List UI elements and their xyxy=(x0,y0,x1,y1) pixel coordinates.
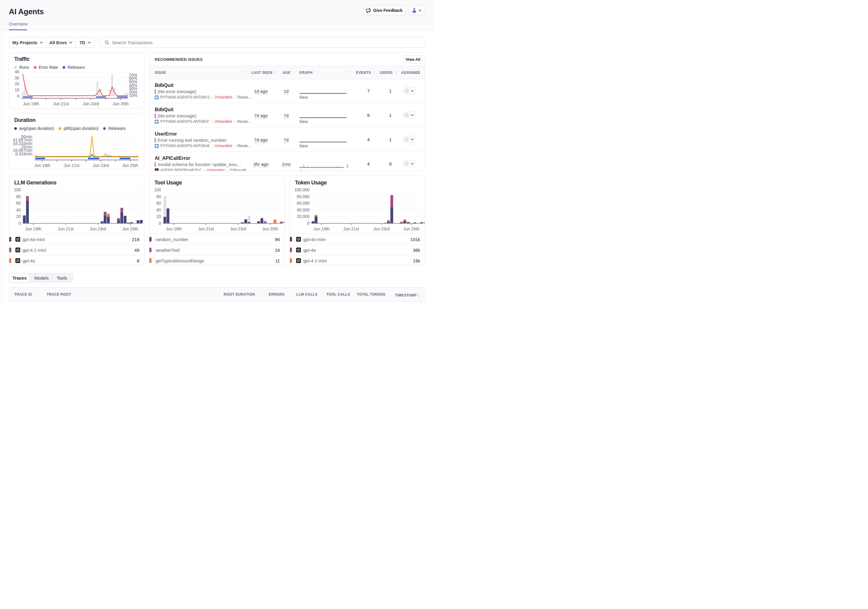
svg-text:Jun 21st: Jun 21st xyxy=(53,101,69,106)
svg-text:Jun 19th: Jun 19th xyxy=(314,226,330,231)
svg-text:Jun 23rd: Jun 23rd xyxy=(90,226,106,231)
svg-text:0: 0 xyxy=(159,221,161,226)
svg-text:Jun 25th: Jun 25th xyxy=(122,226,138,231)
svg-text:Jun 25th: Jun 25th xyxy=(262,226,278,231)
svg-text:Jun 25th: Jun 25th xyxy=(403,226,420,231)
svg-text:80,000: 80,000 xyxy=(297,194,310,199)
svg-text:Jun 25th: Jun 25th xyxy=(113,101,129,106)
svg-text:Jun 21st: Jun 21st xyxy=(343,226,359,231)
svg-text:80: 80 xyxy=(156,194,161,199)
svg-text:20,000: 20,000 xyxy=(297,214,310,219)
svg-text:30: 30 xyxy=(14,76,19,81)
svg-text:Jun 25th: Jun 25th xyxy=(122,163,138,168)
svg-text:40,000: 40,000 xyxy=(297,208,310,212)
svg-text:Jun 19th: Jun 19th xyxy=(34,163,50,168)
svg-text:0: 0 xyxy=(19,221,21,226)
svg-text:Jun 21st: Jun 21st xyxy=(64,163,79,168)
svg-text:Jun 23rd: Jun 23rd xyxy=(230,226,246,231)
svg-text:100: 100 xyxy=(154,188,161,192)
svg-text:100: 100 xyxy=(14,188,21,192)
svg-text:0: 0 xyxy=(307,221,310,226)
svg-text:2: 2 xyxy=(346,164,348,168)
svg-text:8.333min: 8.333min xyxy=(15,152,32,156)
svg-text:Jun 21st: Jun 21st xyxy=(58,226,73,231)
svg-text:60: 60 xyxy=(156,201,161,206)
svg-text:Jun 23rd: Jun 23rd xyxy=(93,163,109,168)
svg-text:40: 40 xyxy=(156,208,161,212)
svg-text:10%: 10% xyxy=(129,93,137,98)
svg-text:60,000: 60,000 xyxy=(297,201,310,206)
svg-text:20: 20 xyxy=(14,82,19,86)
svg-text:Jun 21st: Jun 21st xyxy=(198,226,214,231)
svg-text:20: 20 xyxy=(156,214,161,219)
svg-text:40: 40 xyxy=(14,70,19,74)
svg-text:80: 80 xyxy=(16,194,21,199)
svg-text:10: 10 xyxy=(14,87,19,92)
svg-text:Jun 23rd: Jun 23rd xyxy=(373,226,389,231)
svg-text:Jun 19th: Jun 19th xyxy=(23,101,39,106)
svg-text:40: 40 xyxy=(16,208,21,212)
svg-text:20: 20 xyxy=(16,214,21,219)
svg-text:60: 60 xyxy=(16,201,21,206)
svg-text:Jun 19th: Jun 19th xyxy=(166,226,182,231)
svg-text:100,000: 100,000 xyxy=(294,188,310,192)
svg-text:Jun 19th: Jun 19th xyxy=(25,226,41,231)
svg-text:Jun 23rd: Jun 23rd xyxy=(83,101,99,106)
svg-text:0: 0 xyxy=(17,94,19,98)
